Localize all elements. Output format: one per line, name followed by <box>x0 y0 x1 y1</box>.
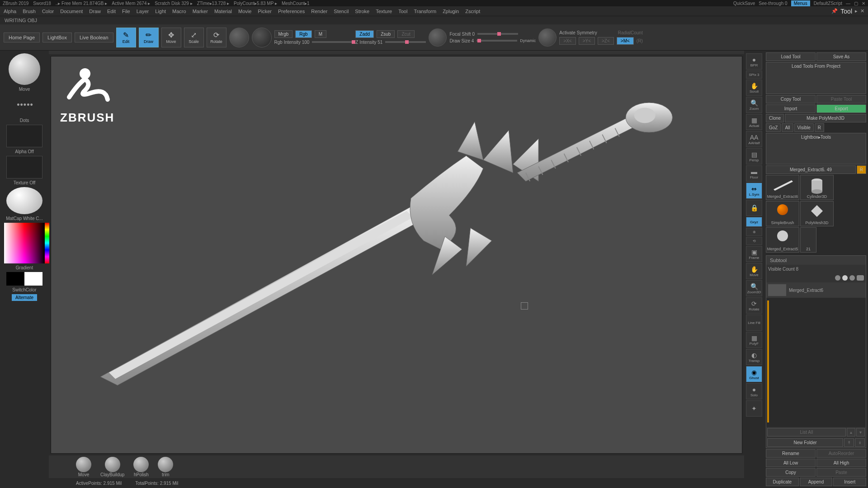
paste-tool-button[interactable]: Paste Tool <box>816 95 866 103</box>
subtool-item[interactable]: Merged_Extract6 <box>766 282 866 298</box>
arrow-up-icon[interactable]: ▴ <box>847 428 855 436</box>
import-button[interactable]: Import <box>766 104 816 113</box>
rotate-button[interactable]: ⟳Rotate <box>746 297 762 314</box>
activate-symmetry-button[interactable]: Activate Symmetry <box>559 30 597 35</box>
live-boolean-button[interactable]: Live Boolean <box>75 33 113 42</box>
new-folder-button[interactable]: New Folder <box>767 438 843 447</box>
tool-cylinder3d[interactable]: Cylinder3D <box>800 175 834 200</box>
close-panel-icon[interactable]: ✕ <box>860 8 864 14</box>
rgb-intensity-slider[interactable] <box>312 41 353 43</box>
make-polymesh-button[interactable]: Make PolyMesh3D <box>785 114 866 122</box>
copy-button[interactable]: Copy <box>766 468 816 477</box>
sculptris-icon[interactable] <box>252 28 272 47</box>
transp-button[interactable]: ◐Transp <box>746 349 762 365</box>
tool-simplebrush[interactable]: SimpleBrush <box>766 201 799 226</box>
menu-marker[interactable]: Marker <box>193 9 208 14</box>
alpha-thumbnail[interactable] <box>6 125 42 147</box>
symmetry-preview-icon[interactable] <box>538 28 557 47</box>
save-as-button[interactable]: Save As <box>816 52 866 61</box>
solo-button[interactable]: ●Solo <box>746 383 762 399</box>
linefill-button[interactable]: Line Fill <box>746 314 762 331</box>
lightbox-tools-button[interactable]: Lightbox▸Tools <box>766 133 866 165</box>
brush-move[interactable]: Move <box>76 457 91 477</box>
brush-sphere-icon[interactable] <box>9 53 40 85</box>
duplicate-button[interactable]: Duplicate <box>766 478 799 486</box>
color-picker[interactable] <box>4 223 45 263</box>
goz-button[interactable]: GoZ <box>766 123 781 132</box>
collapse-icon[interactable]: ▸ <box>855 8 858 14</box>
menu-light[interactable]: Light <box>155 9 166 14</box>
menu-tool[interactable]: Tool <box>398 9 407 14</box>
xyz-button[interactable]: ⊕ <box>746 228 762 236</box>
z-symmetry[interactable]: >Z< <box>598 37 614 45</box>
brush-claybuildup[interactable]: ClayBuildup <box>100 457 124 477</box>
menu-file[interactable]: File <box>122 9 130 14</box>
brush-hpolish[interactable]: hPolish <box>133 457 149 477</box>
menus-button[interactable]: Menus <box>791 0 810 6</box>
rotate-mode-button[interactable]: ⟳Rotate <box>207 28 226 47</box>
tool-r-button[interactable]: R <box>857 165 866 174</box>
y-symmetry[interactable]: >Y< <box>579 37 595 45</box>
load-tool-button[interactable]: Load Tool <box>766 52 816 61</box>
draw-mode-button[interactable]: ✏Draw <box>139 28 159 47</box>
scale-mode-button[interactable]: ⤢Scale <box>184 28 204 47</box>
menu-layer[interactable]: Layer <box>137 9 149 14</box>
black-swatch[interactable] <box>6 272 24 286</box>
switch-color-button[interactable]: SwitchColor <box>12 287 36 292</box>
autoreorder-button[interactable]: AutoReorder <box>816 449 866 458</box>
draw-size-slider[interactable] <box>476 40 517 42</box>
lightbox-button[interactable]: LightBox <box>42 33 72 42</box>
default-zscript[interactable]: DefaultZScript <box>814 1 842 6</box>
eye-icon[interactable] <box>857 275 864 281</box>
move-button[interactable]: ✋Move <box>746 263 762 279</box>
quicksave-button[interactable]: QuickSave <box>733 1 755 6</box>
zcut-button[interactable]: Zcut <box>397 30 414 38</box>
subtool-scrollbar[interactable] <box>767 300 769 422</box>
menu-picker[interactable]: Picker <box>258 9 272 14</box>
menu-render[interactable]: Render <box>311 9 327 14</box>
persp-button[interactable]: ▤Persp <box>746 148 762 164</box>
tool-merged-extract5[interactable]: Merged_Extract5 <box>766 227 799 253</box>
rgb-button[interactable]: Rgb <box>295 30 311 38</box>
copy-tool-button[interactable]: Copy Tool <box>766 95 816 103</box>
menu-preferences[interactable]: Preferences <box>278 9 305 14</box>
maximize-icon[interactable]: ▢ <box>854 1 858 6</box>
goz-all-button[interactable]: All <box>782 123 793 132</box>
menu-zscript[interactable]: Zscript <box>465 9 480 14</box>
gradient-label[interactable]: Gradient <box>16 265 33 270</box>
lsym-button[interactable]: ⇔L.Sym <box>746 183 762 199</box>
menu-edit[interactable]: Edit <box>107 9 116 14</box>
white-swatch[interactable] <box>24 272 42 286</box>
menu-alpha[interactable]: Alpha <box>4 9 16 14</box>
polyf-button[interactable]: ▦PolyF <box>746 332 762 348</box>
brush-trim[interactable]: trim <box>158 457 173 477</box>
menu-movie[interactable]: Movie <box>238 9 251 14</box>
tool-21[interactable]: 21 <box>800 227 816 253</box>
goz-r-button[interactable]: R <box>815 123 824 132</box>
all-high-button[interactable]: All High <box>816 459 866 467</box>
axes-button[interactable]: Gxyz <box>746 217 762 227</box>
r-symmetry[interactable]: (R) <box>637 38 643 43</box>
alternate-button[interactable]: Alternate <box>12 294 37 301</box>
visibility-dot[interactable] <box>835 275 840 281</box>
all-low-button[interactable]: All Low <box>766 459 816 467</box>
menu-stencil[interactable]: Stencil <box>334 9 349 14</box>
z-intensity-slider[interactable] <box>385 41 426 43</box>
pin-icon[interactable]: 📌 <box>831 8 838 14</box>
spix-button[interactable]: SPix 3 <box>746 70 762 79</box>
gyro-icon[interactable] <box>229 28 249 47</box>
xpose-button[interactable]: ✦ <box>746 400 762 417</box>
lock-button[interactable]: 🔒 <box>746 200 762 216</box>
zsub-button[interactable]: Zsub <box>377 30 395 38</box>
zadd-button[interactable]: Zadd <box>355 30 374 38</box>
zoom-button[interactable]: 🔍Zoom <box>746 97 762 113</box>
x-symmetry[interactable]: >X< <box>559 37 576 45</box>
floor-button[interactable]: ▬Floor <box>746 165 762 182</box>
rename-button[interactable]: Rename <box>766 449 816 458</box>
menu-document[interactable]: Document <box>60 9 83 14</box>
menu-draw[interactable]: Draw <box>89 9 101 14</box>
m-button[interactable]: M <box>315 30 326 38</box>
menu-material[interactable]: Material <box>214 9 232 14</box>
menu-stroke[interactable]: Stroke <box>355 9 369 14</box>
menu-texture[interactable]: Texture <box>376 9 392 14</box>
